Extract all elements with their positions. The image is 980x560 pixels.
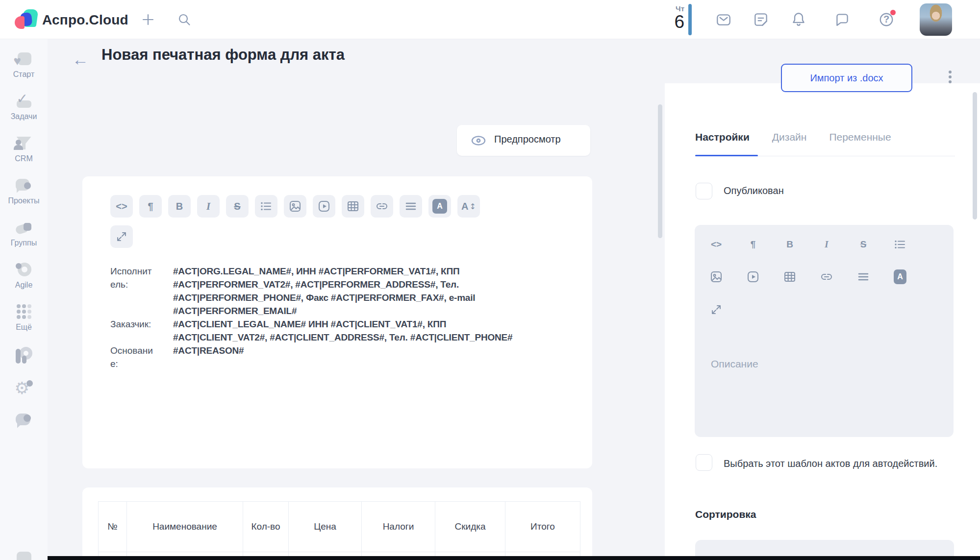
import-docx-button[interactable]: Импорт из .docx — [781, 64, 912, 92]
strikethrough-icon[interactable]: S — [226, 195, 249, 218]
published-checkbox[interactable] — [696, 183, 712, 199]
search-icon — [176, 12, 192, 27]
font-background-icon[interactable]: A — [428, 195, 451, 218]
sidebar-item-groups[interactable]: Группы — [0, 220, 48, 250]
description-editor[interactable]: <> ¶ B I S A — [695, 225, 954, 437]
chat-button[interactable] — [833, 11, 851, 28]
notification-dot — [890, 10, 896, 15]
video-icon[interactable] — [747, 270, 759, 283]
font-size-icon[interactable]: A↕ — [457, 195, 480, 218]
code-icon[interactable]: <> — [110, 195, 133, 218]
link-icon[interactable] — [820, 270, 833, 283]
table-header-cell[interactable]: Итого — [505, 502, 580, 552]
notes-button[interactable] — [752, 11, 770, 28]
sidebar-item-app-4-partial[interactable] — [0, 548, 48, 560]
field-label: Исполнитель: — [110, 265, 155, 317]
bold-icon[interactable]: B — [783, 238, 796, 251]
preview-button-label: Предпросмотр — [494, 134, 561, 145]
editor-toolbar-row-1: <> ¶ B I S A A↕ — [110, 195, 480, 218]
preview-button[interactable]: Предпросмотр — [457, 125, 590, 156]
bottom-edge-bar — [48, 556, 980, 560]
help-question-glyph: ? — [883, 14, 889, 25]
field-value: #ACT|CLIENT_LEGAL_NAME# ИНН #ACT|CLIENT_… — [173, 317, 516, 344]
user-avatar[interactable] — [920, 3, 952, 36]
tab-variables[interactable]: Переменные — [829, 131, 891, 143]
paragraph-icon[interactable]: ¶ — [139, 195, 162, 218]
table-header-cell[interactable]: № — [99, 502, 127, 552]
sidebar-item-app-1[interactable] — [0, 347, 48, 371]
app-logo[interactable]: Аспро.Cloud — [15, 9, 123, 31]
strikethrough-icon[interactable]: S — [857, 238, 870, 251]
gear-icon: ⚙ — [13, 380, 35, 398]
projects-bubble-icon — [13, 178, 35, 195]
table-header-cell[interactable]: Кол-во — [243, 502, 289, 552]
bullet-list-icon[interactable] — [894, 238, 906, 251]
table-icon[interactable] — [342, 195, 364, 218]
paragraph-icon[interactable]: ¶ — [747, 238, 759, 251]
eye-icon — [471, 135, 486, 146]
tab-design[interactable]: Дизайн — [772, 131, 807, 143]
sidebar-item-app-2[interactable]: ⚙ — [0, 380, 48, 405]
sidebar-item-more[interactable]: Ещё — [0, 304, 48, 335]
chat-icon — [834, 11, 851, 28]
expand-icon[interactable] — [110, 225, 133, 248]
auto-template-checkbox[interactable] — [696, 454, 712, 471]
auto-template-checkbox-label[interactable]: Выбрать этот шаблон актов для автодейств… — [724, 456, 944, 472]
start-heart-icon: ♥ — [13, 51, 35, 69]
bullet-list-icon[interactable] — [255, 195, 277, 218]
table-header-cell[interactable]: Налоги — [362, 502, 435, 552]
more-grid-icon — [17, 304, 31, 322]
italic-icon[interactable]: I — [197, 195, 220, 218]
bold-icon[interactable]: B — [168, 195, 191, 218]
p-logo-icon — [13, 347, 35, 365]
align-icon[interactable] — [400, 195, 422, 218]
document-body[interactable]: Исполнитель: #ACT|ORG.LEGAL_NAME#, ИНН #… — [110, 265, 516, 370]
mail-button[interactable] — [715, 11, 732, 28]
help-button[interactable]: ? — [878, 11, 895, 28]
settings-panel: Настройки Дизайн Переменные Опубликован … — [665, 83, 980, 560]
notifications-button[interactable] — [790, 11, 807, 28]
font-background-icon[interactable]: A — [894, 270, 906, 283]
field-value: #ACT|REASON# — [173, 344, 516, 370]
speech-bubble-icon — [13, 412, 35, 429]
image-icon[interactable] — [284, 195, 306, 218]
more-actions-button[interactable] — [945, 69, 955, 88]
table-icon[interactable] — [783, 270, 796, 283]
sidebar: ♥ Старт ✓ Задачи CRM Проекты Группы — [0, 39, 48, 560]
sidebar-item-projects[interactable]: Проекты — [0, 178, 48, 208]
calendar-widget[interactable]: Чт 6 — [660, 3, 693, 36]
sidebar-item-app-3[interactable] — [0, 412, 48, 436]
image-icon[interactable] — [710, 270, 723, 283]
sorting-heading: Сортировка — [695, 509, 756, 520]
table-header-cell[interactable]: Скидка — [435, 502, 505, 552]
sidebar-item-tasks[interactable]: ✓ Задачи — [0, 94, 48, 124]
link-icon[interactable] — [371, 195, 393, 218]
italic-icon[interactable]: I — [820, 238, 833, 251]
back-button[interactable]: ← — [72, 50, 89, 69]
items-table: № Наименование Кол-во Цена Налоги Скидка… — [98, 501, 580, 560]
search-button[interactable] — [176, 11, 193, 28]
sidebar-item-start[interactable]: ♥ Старт — [0, 51, 48, 82]
content-scrollbar[interactable] — [658, 104, 662, 238]
published-checkbox-label[interactable]: Опубликован — [724, 185, 784, 196]
calendar-bar — [688, 4, 692, 35]
editor-toolbar-row-2 — [110, 225, 133, 248]
crm-funnel-icon — [13, 136, 35, 153]
table-header-cell[interactable]: Цена — [289, 502, 362, 552]
tasks-check-icon: ✓ — [13, 94, 35, 111]
logo-text: Аспро.Cloud — [42, 12, 128, 28]
panel-scrollbar[interactable] — [973, 92, 977, 219]
top-bar: Аспро.Cloud Чт 6 ? — [0, 0, 980, 39]
code-icon[interactable]: <> — [710, 238, 723, 251]
tab-settings[interactable]: Настройки — [695, 131, 750, 143]
video-icon[interactable] — [313, 195, 335, 218]
expand-icon[interactable] — [710, 303, 723, 316]
logo-icon — [15, 9, 38, 30]
align-icon[interactable] — [857, 270, 870, 283]
table-header-cell[interactable]: Наименование — [127, 502, 243, 552]
sidebar-item-agile[interactable]: Agile — [0, 262, 48, 292]
create-button[interactable] — [139, 11, 157, 28]
description-toolbar-row-3 — [710, 303, 723, 316]
field-label: Заказчик: — [110, 317, 155, 344]
sidebar-item-crm[interactable]: CRM — [0, 136, 48, 166]
